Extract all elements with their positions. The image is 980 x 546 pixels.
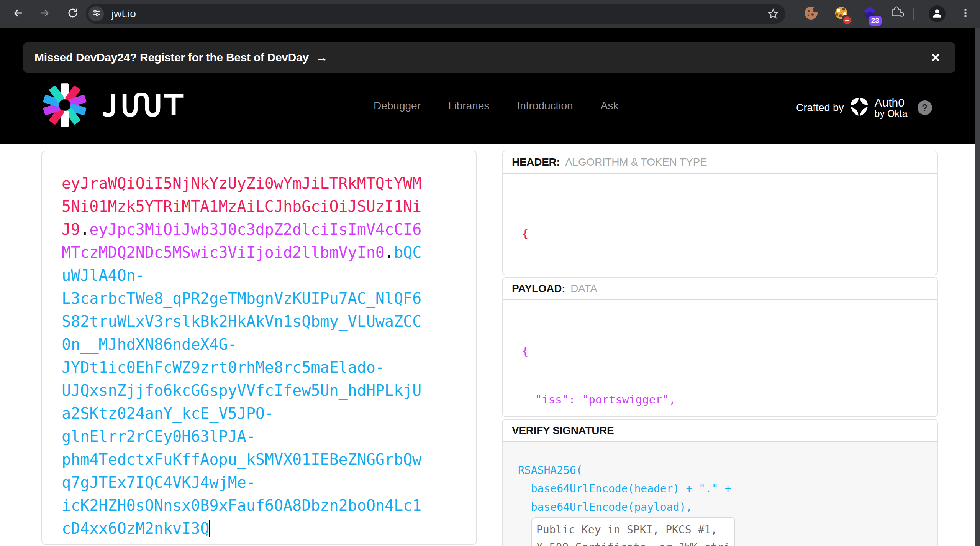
profile-avatar-icon [931,7,943,20]
browser-menu-button[interactable] [956,5,975,23]
back-button[interactable] [8,5,27,23]
toolbar-separator [913,8,914,20]
forward-button[interactable] [36,5,54,23]
tune-icon [92,8,101,19]
profile-button[interactable] [929,5,946,22]
banner-arrow-icon: → [316,51,328,65]
reload-icon [67,7,79,20]
banner-message: Missed DevDay24? Register for the Best o… [34,51,309,64]
devday-banner[interactable]: Missed DevDay24? Register for the Best o… [23,42,955,73]
sponsor-suffix: by Okta [875,109,908,119]
payload-section-label: PAYLOAD: [512,283,565,295]
verify-section-body: RSASHA256( base64UrlEncode(header) + "."… [503,442,937,546]
verify-signature-section: VERIFY SIGNATURE RSASHA256( base64UrlEnc… [502,419,938,546]
encoded-token-card: eyJraWQiOiI5NjNkYzUyZi0wYmJiLTRkMTQtYWM5… [41,151,477,545]
browser-toolbar: jwt.io [0,0,980,28]
cookie-icon [803,5,819,22]
layers-icon: 23 [862,5,878,23]
site-header: Missed DevDay24? Register for the Best o… [0,28,980,144]
blocker-extension-button[interactable] [833,5,850,22]
nav-item-introduction[interactable]: Introduction [517,100,573,112]
nav-item-libraries[interactable]: Libraries [448,100,489,112]
crafted-by-block: Crafted by Auth0 by Okta ? [796,96,932,119]
verify-code-line: base64UrlEncode(payload), [518,498,937,516]
verify-section-title-row: VERIFY SIGNATURE [503,420,937,442]
close-icon: × [931,49,940,66]
header-section-title-row: HEADER: ALGORITHM & TOKEN TYPE [503,151,937,174]
puzzle-icon [889,6,904,22]
counter-extension-button[interactable]: 23 [861,5,878,22]
reload-button[interactable] [64,5,82,23]
help-button[interactable]: ? [918,100,932,115]
bookmark-button[interactable] [767,8,779,21]
payload-section-sublabel: DATA [570,283,597,295]
page-scrollbar[interactable] [975,28,980,546]
cookie-extension-button[interactable] [803,5,819,22]
verify-section-label: VERIFY SIGNATURE [512,424,614,437]
json-line: "kid": "963dc52f-0bbb-4d14-ac96-5399a4b1… [522,274,937,275]
url-text: jwt.io [111,8,136,20]
encoded-token-editor[interactable]: eyJraWQiOiI5NjNkYzUyZi0wYmJiLTRkMTQtYWM5… [62,172,426,540]
star-icon [767,15,779,21]
verify-code-line: RSASHA256( [518,461,937,480]
nav-item-ask[interactable]: Ask [601,100,619,112]
jwt-logo-link[interactable] [41,82,184,129]
public-key-input[interactable] [531,517,735,546]
token-signature-part: bQCuWJlA4On-L3carbcTWe8_qPR2geTMbgnVzKUI… [62,243,421,537]
token-payload-part: eyJpc3MiOiJwb3J0c3dpZ2dlciIsImV4cCI6MTcz… [62,220,421,261]
auth0-wordmark[interactable]: Auth0 by Okta [875,97,908,119]
json-line: { [522,343,937,359]
spotted-ball-icon [834,5,849,22]
banner-close-button[interactable]: × [926,42,946,73]
back-icon [12,7,23,20]
json-line: { [522,226,937,242]
extension-badge: 23 [869,16,882,26]
sponsor-name: Auth0 [875,97,908,109]
header-section-sublabel: ALGORITHM & TOKEN TYPE [565,156,707,168]
text-cursor [209,520,210,537]
crafted-by-label: Crafted by [796,102,844,114]
decoded-header-section: HEADER: ALGORITHM & TOKEN TYPE { "kid": … [502,151,938,275]
url-bar[interactable]: jwt.io [86,4,785,24]
site-settings-chip[interactable] [88,6,104,21]
forward-icon [39,7,51,20]
nav-item-debugger[interactable]: Debugger [374,100,421,112]
decoded-payload-section: PAYLOAD: DATA { "iss": "portswigger", "e… [502,277,938,417]
main-nav: Debugger Libraries Introduction Ask [374,97,618,114]
question-icon: ? [922,102,928,113]
header-json-editor[interactable]: { "kid": "963dc52f-0bbb-4d14-ac96-5399a4… [503,174,937,275]
no-entry-badge-icon [842,15,852,25]
three-dots-icon [960,8,971,20]
token-separator-1: . [80,220,89,238]
token-separator-2: . [385,243,394,261]
jwt-pinwheel-icon [41,82,88,129]
json-line: "iss": "portswigger", [522,391,937,408]
payload-section-title-row: PAYLOAD: DATA [503,278,937,300]
extensions-menu-button[interactable] [888,5,905,22]
auth0-shield-icon[interactable] [850,97,869,119]
verify-code-line: base64UrlEncode(header) + "." + [518,480,937,498]
payload-json-editor[interactable]: { "iss": "portswigger", "exp": 173046479… [503,300,937,417]
jwt-wordmark [103,93,184,119]
header-section-label: HEADER: [512,156,560,168]
